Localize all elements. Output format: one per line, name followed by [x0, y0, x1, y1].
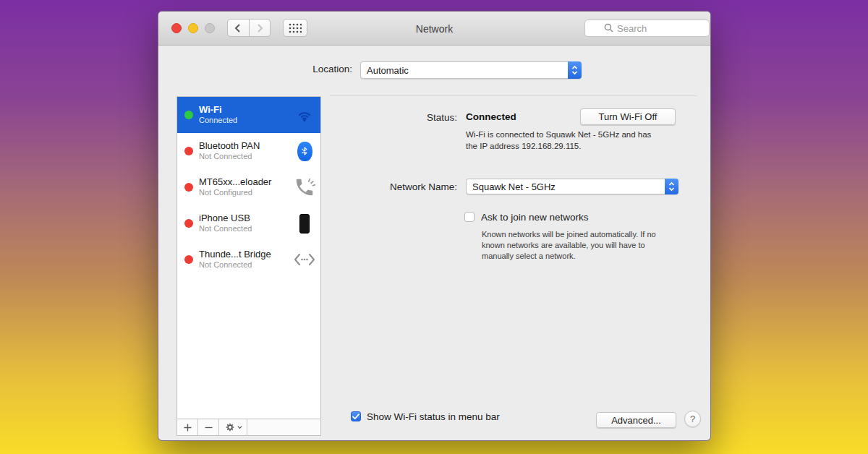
stepper-icon: [568, 61, 582, 79]
status-value: Connected: [466, 111, 516, 122]
show-wifi-menubar-checkbox[interactable]: [351, 411, 361, 421]
status-dot-red: [184, 255, 193, 264]
service-name: MT65xx...eloader: [199, 176, 293, 188]
status-description: Wi-Fi is connected to Squawk Net - 5GHz …: [466, 129, 660, 152]
help-button[interactable]: ?: [684, 411, 701, 427]
location-dropdown[interactable]: Automatic: [360, 61, 582, 79]
service-list: Wi-Fi Connected: [177, 97, 320, 419]
ask-join-label[interactable]: Ask to join new networks: [481, 212, 589, 223]
wifi-icon: [293, 106, 316, 124]
bridge-icon: [293, 252, 316, 267]
search-input[interactable]: [584, 20, 710, 37]
content-divider: [330, 95, 697, 96]
service-name: iPhone USB: [199, 213, 293, 224]
advanced-button[interactable]: Advanced...: [596, 412, 676, 428]
network-name-value: Squawk Net - 5GHz: [467, 181, 665, 192]
plus-icon: [184, 424, 192, 432]
location-value: Automatic: [361, 65, 568, 76]
ask-join-checkbox[interactable]: [464, 212, 475, 222]
sidebar-item-iphone-usb[interactable]: iPhone USB Not Connected: [177, 205, 320, 241]
desktop-background: Network Location: Automatic: [0, 0, 868, 454]
service-name: Bluetooth PAN: [199, 140, 293, 152]
minimize-button[interactable]: [188, 23, 198, 33]
iphone-icon: [293, 214, 316, 234]
status-dot-red: [184, 147, 193, 155]
bluetooth-icon: [293, 142, 316, 161]
zoom-button: [205, 23, 215, 33]
status-dot-red: [184, 183, 193, 192]
forward-button[interactable]: [250, 19, 271, 37]
sidebar-footer: [177, 419, 320, 435]
chevron-right-icon: [255, 23, 264, 33]
remove-service-button[interactable]: [198, 419, 219, 435]
back-button[interactable]: [227, 19, 250, 37]
service-text: Bluetooth PAN Not Connected: [199, 140, 293, 162]
close-button[interactable]: [171, 23, 182, 33]
ask-join-help-text: Known networks will be joined automatica…: [482, 229, 674, 262]
service-name: Wi-Fi: [199, 104, 293, 116]
sidebar-item-mt65xx[interactable]: MT65xx...eloader Not Configured: [177, 169, 320, 205]
network-preferences-window: Network Location: Automatic: [158, 11, 711, 441]
grid-icon: [289, 23, 302, 33]
chevron-left-icon: [234, 23, 242, 33]
services-sidebar: Wi-Fi Connected: [176, 96, 321, 436]
location-label: Location:: [312, 64, 352, 74]
search-field-wrap: [584, 20, 710, 37]
service-status: Not Connected: [199, 260, 293, 270]
service-status: Not Connected: [199, 152, 293, 162]
status-dot-red: [184, 219, 193, 228]
nav-segment: [227, 19, 271, 37]
add-service-button[interactable]: [177, 419, 198, 435]
sidebar-item-wifi[interactable]: Wi-Fi Connected: [177, 97, 320, 133]
status-dot-green: [184, 111, 193, 119]
service-text: Wi-Fi Connected: [199, 104, 293, 126]
search-icon: [604, 23, 613, 33]
service-status: Not Connected: [199, 224, 293, 234]
show-wifi-menubar-label[interactable]: Show Wi-Fi status in menu bar: [367, 411, 500, 422]
network-name-dropdown[interactable]: Squawk Net - 5GHz: [466, 179, 678, 194]
service-name: Thunde...t Bridge: [199, 249, 293, 260]
status-label: Status:: [427, 112, 457, 123]
service-status: Not Configured: [199, 188, 293, 198]
sidebar-item-bluetooth-pan[interactable]: Bluetooth PAN Not Connected: [177, 133, 320, 169]
sidebar-item-thunderbolt-bridge[interactable]: Thunde...t Bridge Not Connected: [177, 241, 320, 278]
action-menu-button[interactable]: [219, 419, 247, 435]
service-text: iPhone USB Not Connected: [199, 213, 293, 234]
service-status: Connected: [199, 116, 293, 126]
checkmark-icon: [352, 414, 359, 420]
window-title: Network: [303, 12, 566, 46]
modem-phone-icon: [293, 176, 316, 198]
minus-icon: [205, 424, 213, 432]
gear-icon: [224, 421, 236, 433]
service-text: Thunde...t Bridge Not Connected: [199, 249, 293, 270]
turn-wifi-off-button[interactable]: Turn Wi-Fi Off: [580, 108, 676, 125]
titlebar: Network: [158, 12, 710, 46]
stepper-icon: [665, 179, 678, 194]
service-text: MT65xx...eloader Not Configured: [199, 176, 293, 198]
network-name-label: Network Name:: [390, 181, 457, 192]
chevron-down-icon: [237, 425, 242, 429]
